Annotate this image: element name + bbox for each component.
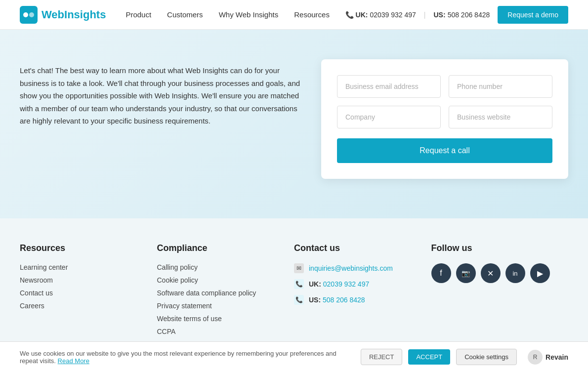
reject-button[interactable]: REJECT [361,349,403,365]
email-field[interactable] [337,75,441,98]
instagram-icon[interactable]: 📷 [456,263,476,283]
youtube-icon[interactable]: ▶ [530,263,550,283]
footer-follow-col: Follow us f 📷 ✕ in ▶ [431,243,569,340]
revain-icon: R [528,350,543,365]
contact-phone-us-row: 📞 US: 508 206 8428 [294,295,431,305]
nav-link-customers[interactable]: Customers [167,10,203,19]
footer: Resources Learning center Newsroom Conta… [0,218,588,360]
follow-title: Follow us [431,243,569,253]
revain-text: Revain [546,353,568,361]
facebook-icon[interactable]: f [431,263,451,283]
contact-us-phone-link[interactable]: 508 206 8428 [323,296,365,304]
phone-us-icon: 📞 [294,295,304,305]
nav-link-resources[interactable]: Resources [294,10,330,19]
contact-email-link[interactable]: inquiries@webinsights.com [309,264,393,272]
nav-links: Product Customers Why Web Insights Resou… [126,10,345,19]
contact-title: Contact us [294,243,431,253]
cookie-banner: We use cookies on our website to give yo… [0,341,588,372]
footer-link-ccpa[interactable]: CCPA [157,328,294,335]
navbar: WebInsights Product Customers Why Web In… [0,0,588,30]
form-card: Request a call [321,59,568,179]
twitter-icon[interactable]: ✕ [481,263,501,283]
phone-us: US: 508 206 8428 [434,11,490,19]
email-icon: ✉ [294,263,304,273]
footer-link-careers[interactable]: Careers [20,302,157,310]
svg-point-2 [29,12,34,17]
footer-contact-col: Contact us ✉ inquiries@webinsights.com 📞… [294,243,431,340]
logo[interactable]: WebInsights [20,6,106,24]
form-row-1 [337,75,552,98]
request-call-button[interactable]: Request a call [337,138,552,163]
logo-text: WebInsights [42,8,106,21]
cookie-text: We use cookies on our website to give yo… [20,350,355,365]
accept-button[interactable]: ACCEPT [408,349,450,365]
website-field[interactable] [449,106,552,128]
svg-point-1 [23,12,28,17]
read-more-link[interactable]: Read More [58,357,89,365]
social-icons: f 📷 ✕ in ▶ [431,263,569,283]
main-body-text: Let's chat! The best way to learn more a… [20,64,301,127]
footer-resources-col: Resources Learning center Newsroom Conta… [20,243,157,340]
footer-compliance-col: Compliance Calling policy Cookie policy … [157,243,294,340]
footer-link-learning-center[interactable]: Learning center [20,263,157,271]
footer-link-software-compliance[interactable]: Software data compliance policy [157,289,294,297]
footer-link-website-terms[interactable]: Website terms of use [157,315,294,323]
contact-phone-uk-row: 📞 UK: 02039 932 497 [294,279,431,289]
footer-link-privacy-statement[interactable]: Privacy statement [157,302,294,310]
footer-link-cookie-policy[interactable]: Cookie policy [157,276,294,284]
company-field[interactable] [337,106,441,128]
cookie-settings-button[interactable]: Cookie settings [456,349,517,365]
contact-uk-phone-link[interactable]: 02039 932 497 [323,280,369,288]
linkedin-icon[interactable]: in [505,263,525,283]
nav-link-product[interactable]: Product [126,10,151,19]
main-left: Let's chat! The best way to learn more a… [20,59,301,127]
nav-link-why[interactable]: Why Web Insights [219,10,279,19]
footer-grid: Resources Learning center Newsroom Conta… [20,243,568,340]
footer-link-newsroom[interactable]: Newsroom [20,276,157,284]
phone-icon-uk: 📞 UK: 02039 932 497 [345,11,416,19]
compliance-title: Compliance [157,243,294,253]
resources-title: Resources [20,243,157,253]
footer-link-contact-us[interactable]: Contact us [20,289,157,297]
footer-link-calling-policy[interactable]: Calling policy [157,263,294,271]
revain-logo: R Revain [528,350,568,365]
phone-field[interactable] [449,75,552,98]
contact-email-row: ✉ inquiries@webinsights.com [294,263,431,273]
phone-uk-icon: 📞 [294,279,304,289]
request-demo-button[interactable]: Request a demo [498,6,568,24]
form-row-2 [337,106,552,128]
nav-phones: 📞 UK: 02039 932 497 | US: 508 206 8428 [345,11,490,19]
logo-icon [20,6,38,24]
svg-rect-0 [20,6,38,24]
main-section: Let's chat! The best way to learn more a… [0,30,588,218]
